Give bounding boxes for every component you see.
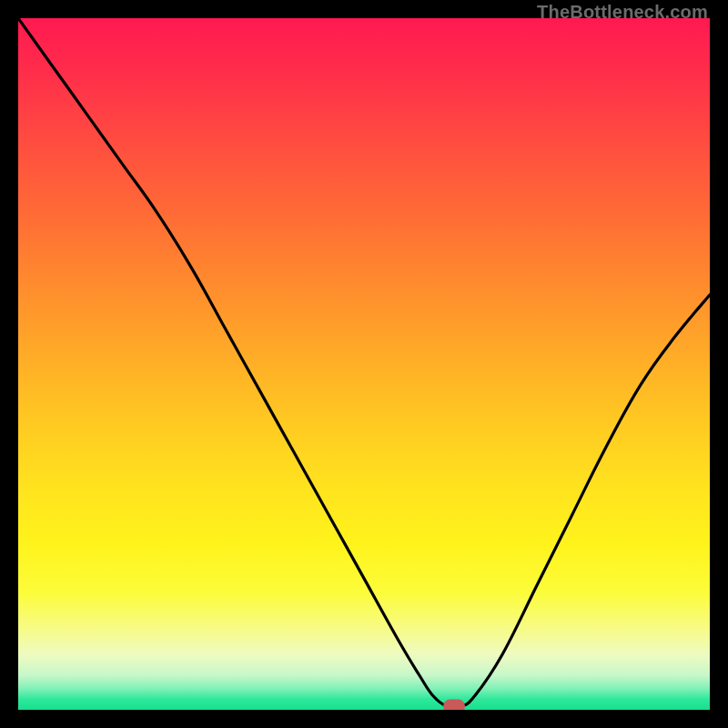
bottleneck-curve — [18, 18, 710, 710]
plot-area — [18, 18, 710, 710]
chart-stage: TheBottleneck.com — [0, 0, 728, 728]
min-marker — [443, 700, 465, 710]
watermark-text: TheBottleneck.com — [537, 2, 708, 23]
